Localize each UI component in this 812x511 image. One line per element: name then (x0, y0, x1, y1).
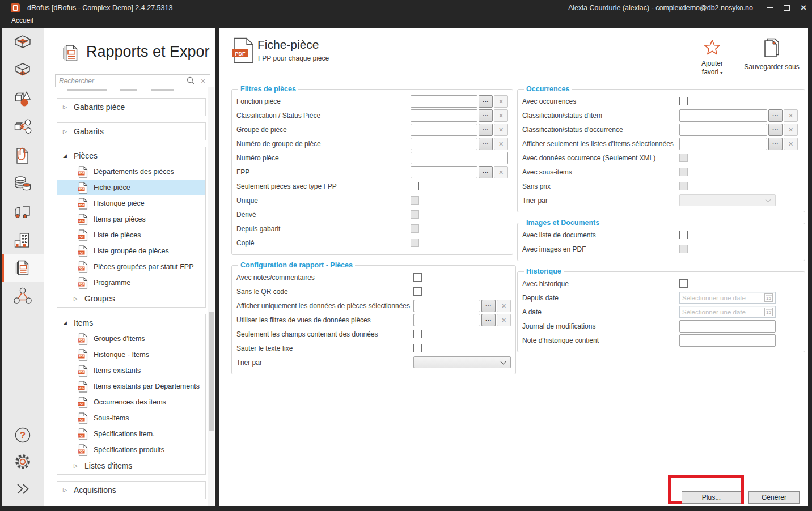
tree-group-header[interactable]: ◢Pièces (57, 147, 205, 164)
tree-item[interactable]: PDFSous-items (57, 410, 205, 426)
text-input[interactable] (679, 334, 776, 347)
ellipsis-lookup-button[interactable] (768, 109, 783, 122)
checkbox[interactable] (679, 279, 688, 288)
checkbox[interactable] (679, 97, 688, 105)
scrollbar-thumb[interactable] (209, 312, 214, 431)
checkbox[interactable] (413, 287, 422, 296)
tree-item[interactable]: PDFListe groupée de pièces (57, 243, 205, 259)
text-input[interactable] (679, 138, 767, 150)
expand-icon[interactable] (10, 476, 35, 501)
svg-text:PDF: PDF (79, 219, 84, 223)
clear-icon[interactable] (784, 138, 798, 150)
text-input[interactable] (411, 109, 477, 122)
clear-icon[interactable] (494, 166, 508, 178)
text-input[interactable] (411, 124, 477, 136)
attachments-icon[interactable] (10, 143, 35, 168)
ellipsis-lookup-button[interactable] (479, 166, 493, 178)
ellipsis-lookup-button[interactable] (768, 124, 783, 136)
save-as-button[interactable]: Sauvegarder sous (738, 37, 806, 85)
clear-icon[interactable] (494, 124, 508, 136)
tree-item[interactable]: PDFOccurrences des items (57, 394, 205, 410)
text-input[interactable] (411, 138, 477, 150)
tree-item[interactable]: PDFListe de pièces (57, 227, 205, 243)
text-input[interactable] (679, 124, 767, 136)
sidebar-scrollbar[interactable] (208, 87, 214, 506)
checkbox[interactable] (413, 344, 422, 352)
menu-item-accueil[interactable]: Accueil (11, 16, 33, 24)
logistics-icon[interactable] (10, 200, 35, 225)
ellipsis-lookup-button[interactable] (481, 300, 496, 312)
field-control (679, 97, 800, 105)
pdf-file-icon: PDF (78, 333, 88, 345)
text-input[interactable] (679, 109, 767, 122)
checkbox[interactable] (679, 231, 688, 239)
buildings-icon[interactable] (10, 228, 35, 253)
checkbox[interactable] (413, 273, 422, 282)
search-icon[interactable] (185, 76, 196, 85)
generate-button[interactable]: Générer (748, 491, 800, 504)
form-row: Seulement pièces avec type FPP (236, 179, 508, 193)
maximize-button[interactable] (778, 0, 795, 16)
checkbox[interactable] (413, 330, 422, 338)
tree-group-header[interactable]: ▷Gabarits (57, 123, 205, 139)
tree-subgroup[interactable]: ▷Groupes (57, 291, 205, 306)
text-input[interactable] (411, 166, 477, 178)
field-label: A date (522, 308, 679, 316)
tree-item[interactable]: PDFSpécifications produits (57, 442, 205, 458)
ellipsis-lookup-button[interactable] (479, 138, 493, 150)
checkbox[interactable] (411, 182, 419, 190)
tree-item[interactable]: PDFItems existants (57, 363, 205, 378)
tree-item[interactable]: PDFHistorique - Items (57, 347, 205, 363)
rooms-icon[interactable] (10, 30, 35, 55)
search-clear-icon[interactable] (196, 76, 210, 86)
tree-group-header[interactable]: ▷Acquisitions (57, 482, 205, 498)
tree-subgroup[interactable]: ▷Listes d'items (57, 458, 205, 474)
settings-icon[interactable] (10, 449, 35, 474)
ellipsis-lookup-button[interactable] (479, 109, 493, 122)
occurrences-icon[interactable] (10, 115, 35, 140)
ellipsis-lookup-button[interactable] (768, 138, 783, 150)
text-input[interactable] (413, 314, 480, 326)
reports-icon[interactable] (10, 256, 35, 280)
clear-icon[interactable] (784, 124, 798, 136)
tree-item[interactable]: PDFHistorique pièce (57, 195, 205, 211)
svg-text:PDF: PDF (79, 251, 84, 254)
text-input[interactable] (411, 152, 508, 164)
text-input[interactable] (679, 320, 776, 333)
ellipsis-lookup-button[interactable] (481, 314, 496, 326)
tree-item[interactable]: PDFProgramme (57, 275, 205, 291)
finance-icon[interactable] (10, 172, 35, 197)
help-icon[interactable]: ? (10, 423, 35, 448)
tree-item[interactable]: PDFFiche-pièce (57, 180, 205, 195)
ellipsis-lookup-button[interactable] (479, 95, 493, 108)
add-favorite-button[interactable]: Ajouter favori (694, 37, 730, 85)
field-control (679, 279, 800, 288)
field-control (679, 194, 800, 206)
tree-group-header[interactable]: ▷Gabarits pièce (57, 99, 205, 115)
clear-icon[interactable] (784, 109, 798, 122)
sort-dropdown[interactable] (413, 356, 511, 368)
minimize-button[interactable] (761, 0, 778, 16)
text-input[interactable] (411, 95, 477, 108)
clear-icon[interactable] (497, 300, 511, 312)
tree-item[interactable]: PDFSpécifications item. (57, 426, 205, 442)
items-icon[interactable] (10, 87, 35, 112)
relations-icon[interactable] (10, 284, 35, 309)
tree-item[interactable]: PDFGroupes d'items (57, 331, 205, 347)
clear-icon[interactable] (494, 138, 508, 150)
clear-icon[interactable] (494, 95, 508, 108)
tree-item[interactable]: PDFPièces groupées par statut FPP (57, 259, 205, 275)
ellipsis-lookup-button[interactable] (479, 124, 493, 136)
tree-item[interactable]: PDFItems existants par Départements (57, 378, 205, 394)
text-input[interactable] (413, 300, 480, 312)
clear-icon[interactable] (497, 314, 511, 326)
search-input[interactable] (56, 77, 185, 85)
clear-icon[interactable] (494, 109, 508, 122)
close-button[interactable]: × (795, 0, 812, 16)
tree-group-header[interactable]: ◢Items (57, 314, 205, 331)
tree-item[interactable]: PDFDépartements des pièces (57, 164, 205, 180)
room-function-icon[interactable] (10, 58, 35, 83)
tree-item[interactable]: PDFItems par pièces (57, 211, 205, 227)
svg-text:?: ? (20, 430, 26, 441)
more-button[interactable]: Plus... (682, 491, 741, 504)
